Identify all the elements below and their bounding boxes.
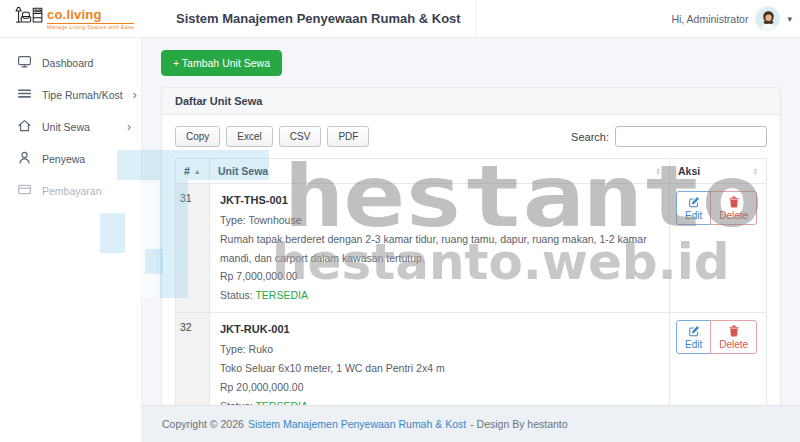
delete-label: Delete (719, 210, 748, 221)
copy-button[interactable]: Copy (175, 126, 220, 147)
home-icon (17, 118, 32, 137)
unit-description: Rumah tapak berderet dengan 2-3 kamar ti… (220, 230, 659, 268)
edit-pencil-icon (688, 196, 700, 208)
main-content: + Tambah Unit Sewa Daftar Unit Sewa Copy… (142, 38, 800, 442)
column-header-aksi[interactable]: Aksi ▲▼ (670, 159, 767, 184)
delete-button[interactable]: Delete (710, 191, 757, 225)
brand-tagline: Manage Living Spaces with Ease (47, 23, 134, 30)
sidebar-item-label: Dashboard (42, 57, 93, 69)
unit-type: Type: Townhouse (220, 211, 659, 230)
edit-label: Edit (685, 339, 702, 350)
chevron-right-icon: › (127, 121, 131, 133)
datatable-toolbar: Copy Excel CSV PDF Search: (175, 126, 767, 147)
column-header-unit-sewa[interactable]: Unit Sewa ▲▼ (210, 159, 670, 184)
status-badge: TERSEDIA (255, 289, 308, 301)
sort-icon: ▲▼ (753, 167, 758, 176)
credit-card-icon (17, 182, 32, 201)
unit-table: # ▲ Unit Sewa ▲▼ (175, 158, 767, 424)
search-label: Search: (571, 131, 609, 143)
unit-status: Status: TERSEDIA (220, 286, 659, 305)
sort-icon: ▲▼ (656, 167, 661, 176)
edit-button[interactable]: Edit (676, 191, 711, 225)
sidebar-item-dashboard[interactable]: Dashboard (0, 47, 141, 79)
card-body: Copy Excel CSV PDF Search: # ▲ (162, 115, 780, 442)
delete-button[interactable]: Delete (710, 320, 757, 354)
user-menu[interactable]: Hi, Administrator ▾ (671, 6, 800, 31)
card-title: Daftar Unit Sewa (162, 88, 780, 115)
sidebar-item-label: Tipe Rumah/Kost (42, 89, 123, 101)
edit-button[interactable]: Edit (676, 320, 711, 354)
column-label: Unit Sewa (218, 165, 268, 177)
page-title: Sistem Manajemen Penyewaan Rumah & Kost (176, 11, 461, 26)
unit-type: Type: Ruko (220, 340, 659, 359)
actions-cell: Edit (670, 184, 767, 313)
person-icon (17, 150, 32, 169)
column-header-num[interactable]: # ▲ (176, 159, 210, 184)
header-divider (475, 0, 476, 38)
sidebar-item-tipe-rumah-kost[interactable]: Tipe Rumah/Kost › (0, 79, 141, 111)
sidebar: Dashboard Tipe Rumah/Kost › Unit Sewa › … (0, 38, 142, 442)
delete-label: Delete (719, 339, 748, 350)
unit-price: Rp 20,000,000.00 (220, 378, 659, 397)
brand-logo[interactable]: co.living Manage Living Spaces with Ease (0, 4, 142, 33)
excel-button[interactable]: Excel (226, 126, 272, 147)
brand-name: co.living (47, 8, 134, 21)
sidebar-item-label: Pembayaran (42, 185, 102, 197)
sidebar-item-unit-sewa[interactable]: Unit Sewa › (0, 111, 141, 143)
unit-details-cell: JKT-THS-001 Type: Townhouse Rumah tapak … (210, 184, 670, 313)
column-label: # (184, 165, 190, 177)
add-unit-button[interactable]: + Tambah Unit Sewa (161, 50, 282, 76)
unit-code: JKT-THS-001 (220, 191, 659, 211)
table-row: 31 JKT-THS-001 Type: Townhouse Rumah tap… (176, 184, 767, 313)
unit-list-card: Daftar Unit Sewa Copy Excel CSV PDF Sear… (161, 87, 781, 442)
search-input[interactable] (615, 126, 767, 147)
column-label: Aksi (678, 165, 700, 177)
chevron-down-icon: ▾ (787, 14, 792, 24)
monitor-icon (17, 54, 32, 73)
unit-code: JKT-RUK-001 (220, 320, 659, 340)
unit-description: Toko Seluar 6x10 meter, 1 WC dan Pentri … (220, 359, 659, 378)
topbar: co.living Manage Living Spaces with Ease… (0, 0, 800, 38)
edit-label: Edit (685, 210, 702, 221)
pdf-button[interactable]: PDF (327, 126, 369, 147)
footer-app-link[interactable]: Sistem Manajemen Penyewaan Rumah & Kost (248, 418, 466, 430)
row-number: 31 (176, 184, 210, 313)
copyright-text: Copyright © 2026 (162, 418, 244, 430)
sidebar-item-penyewa[interactable]: Penyewa (0, 143, 141, 175)
sidebar-item-label: Unit Sewa (42, 121, 90, 133)
chevron-right-icon: › (133, 89, 137, 101)
edit-pencil-icon (688, 325, 700, 337)
table-header-row: # ▲ Unit Sewa ▲▼ (176, 159, 767, 184)
footer-design-credit: - Design By hestanto (470, 418, 567, 430)
unit-price: Rp 7,000,000.00 (220, 267, 659, 286)
coliving-furniture-icon (13, 4, 44, 33)
sidebar-item-pembayaran[interactable]: Pembayaran (0, 175, 141, 207)
user-avatar (755, 6, 780, 31)
csv-button[interactable]: CSV (279, 126, 322, 147)
sort-asc-icon: ▲ (194, 168, 201, 175)
trash-icon (728, 325, 740, 337)
sidebar-item-label: Penyewa (42, 153, 85, 165)
trash-icon (728, 196, 740, 208)
footer: Copyright © 2026 Sistem Manajemen Penyew… (142, 405, 800, 442)
user-greeting: Hi, Administrator (671, 13, 748, 25)
list-icon (17, 86, 32, 105)
